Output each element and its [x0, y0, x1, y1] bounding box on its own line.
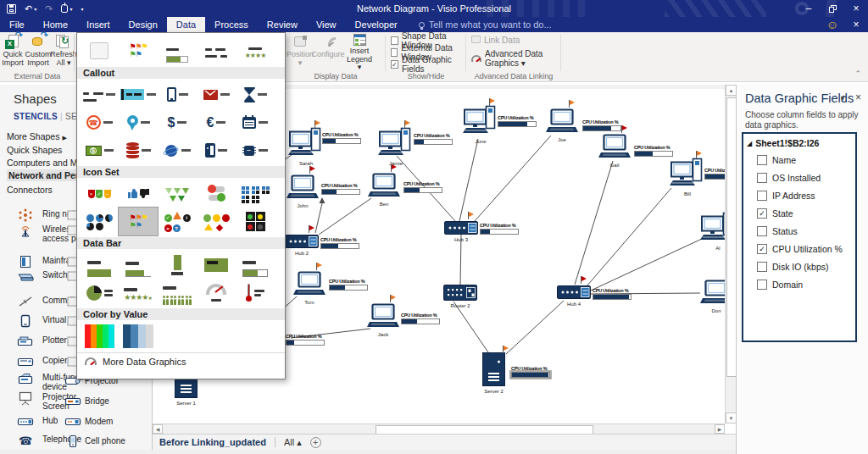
switch-shape-icon[interactable] — [17, 269, 34, 284]
ribbon-tab-data[interactable]: Data — [167, 17, 205, 32]
field-checkbox-icon[interactable] — [757, 262, 767, 272]
field-ip-address[interactable]: IP Address — [743, 186, 855, 204]
virtual-server-shape-icon[interactable] — [17, 313, 34, 329]
configure-button[interactable]: Configure — [315, 34, 341, 71]
more-data-graphics-button[interactable]: More Data Graphics — [77, 352, 285, 370]
ribbon-tab-insert[interactable]: Insert — [77, 17, 120, 32]
checkbox-icon[interactable] — [391, 36, 398, 45]
add-page-icon[interactable]: + — [310, 437, 321, 448]
field-cpu-utilization--[interactable]: ✓CPU Utilization % — [743, 240, 855, 257]
toggle-icon-set-icon[interactable] — [197, 180, 236, 208]
euro-callout-icon[interactable]: € — [197, 108, 236, 136]
hub-shape-icon[interactable] — [17, 414, 34, 429]
data-bar-preview-icon[interactable] — [158, 36, 197, 65]
network-node-bill[interactable] — [670, 158, 705, 192]
shape-icon-set-icon[interactable] — [197, 208, 236, 235]
flag-icon-set-preview-icon[interactable]: ⚑⚑⚑⚑⚑ — [119, 36, 158, 65]
calendar-callout-icon[interactable] — [236, 108, 275, 136]
flag-icon-set-icon[interactable]: ⚑⚑⚑⚑⚑ — [119, 208, 158, 235]
custom-import-button[interactable]: ↷ Custom Import — [25, 34, 51, 71]
cell-phone-shape-icon[interactable] — [64, 434, 81, 449]
link-data-button[interactable]: Link Data — [471, 36, 520, 45]
network-node-hub-2[interactable] — [285, 235, 319, 252]
blue-color-scale-icon[interactable] — [119, 322, 158, 350]
all-pages-button[interactable]: All ▴ — [284, 437, 302, 448]
scroll-right-icon[interactable]: ▶ — [715, 424, 725, 434]
panel-menu-icon[interactable]: ▼ — [839, 95, 846, 102]
network-node-june[interactable] — [463, 105, 498, 140]
money-callout-icon[interactable]: $ — [80, 136, 119, 164]
ribbon-tab-design[interactable]: Design — [120, 17, 167, 32]
location-pin-callout-icon[interactable] — [119, 108, 158, 136]
globe-callout-icon[interactable] — [158, 136, 197, 164]
field-status[interactable]: Status — [743, 222, 855, 240]
shield-icon-set-icon[interactable]: ×✓– — [80, 180, 119, 208]
restore-icon[interactable] — [821, 0, 844, 17]
mobile-phone-callout-icon[interactable] — [158, 80, 197, 108]
database-callout-icon[interactable] — [119, 136, 158, 164]
feedback-smiley-icon[interactable]: ☺ — [821, 17, 844, 32]
people-data-bar-icon[interactable] — [158, 279, 197, 307]
field-checkbox-icon[interactable] — [757, 155, 767, 165]
ring-network-shape-icon[interactable] — [17, 208, 34, 223]
filled-data-bar-icon[interactable] — [197, 251, 236, 279]
panel-close-icon[interactable]: × — [855, 91, 861, 103]
stoplight-icon-set-icon[interactable] — [236, 208, 275, 235]
quick-import-button[interactable]: X ↷ Quick Import — [0, 34, 25, 71]
mail-callout-icon[interactable] — [197, 80, 236, 108]
star-rating-data-bar-icon[interactable]: ★★★★★ — [119, 279, 158, 307]
vertical-scroll-thumb[interactable] — [726, 97, 737, 377]
ribbon-tab-developer[interactable]: Developer — [346, 17, 407, 32]
ribbon-tab-view[interactable]: View — [307, 17, 346, 32]
hourglass-callout-icon[interactable] — [236, 80, 275, 108]
network-node-ben[interactable] — [368, 173, 400, 202]
plotter-shape-icon[interactable] — [17, 334, 34, 349]
network-node-joe[interactable] — [546, 108, 578, 138]
mainframe-shape-icon[interactable] — [17, 254, 34, 269]
page-tab[interactable]: Before Linking_updated — [159, 437, 266, 447]
speedometer-data-bar-icon[interactable] — [197, 279, 236, 307]
network-node-al[interactable] — [700, 212, 725, 246]
data-range-row[interactable]: ◢ Sheet1!$B2:I26 — [743, 134, 855, 151]
network-node-gail[interactable] — [598, 134, 631, 163]
minimize-icon[interactable]: – — [797, 0, 821, 17]
text-callout-icon[interactable] — [80, 80, 119, 108]
field-state[interactable]: ✓State — [743, 204, 855, 222]
network-node-jack[interactable] — [367, 303, 399, 333]
network-node-server-2[interactable] — [482, 352, 505, 390]
tab-stencils[interactable]: STENCILS — [14, 112, 58, 121]
field-domain[interactable]: Domain — [743, 275, 855, 293]
comm-link-shape-icon[interactable] — [17, 294, 34, 309]
chip-callout-icon[interactable]: ~ — [236, 136, 275, 164]
field-checkbox-icon[interactable] — [757, 280, 767, 290]
progress-data-bar-icon[interactable] — [236, 251, 275, 279]
vertical-scrollbar[interactable]: ▲ ▼ — [725, 85, 736, 424]
field-checkbox-icon[interactable]: ✓ — [757, 208, 767, 219]
checkbox-icon[interactable]: ✓ — [391, 60, 398, 69]
field-checkbox-icon[interactable] — [757, 173, 767, 183]
rainbow-color-scale-icon[interactable] — [80, 322, 119, 350]
expand-triangle-icon[interactable]: ◢ — [747, 140, 752, 147]
telephone-shape-icon[interactable]: ☎ — [17, 433, 34, 448]
close-document-icon[interactable]: × — [844, 17, 868, 32]
tell-me-box[interactable]: Tell me what you want to do... — [419, 17, 552, 32]
field-checkbox-icon[interactable] — [757, 191, 767, 201]
telephone-callout-icon[interactable]: ☎ — [80, 108, 119, 136]
network-node-jamie[interactable] — [378, 127, 414, 162]
position-button[interactable]: Position▾ — [287, 34, 313, 71]
field-os-installed[interactable]: OS Installed — [743, 169, 855, 186]
field-disk-io--kbps-[interactable]: Disk IO (kbps) — [743, 257, 855, 275]
data-bar-style-1-icon[interactable] — [80, 251, 119, 279]
network-node-router-2[interactable] — [443, 285, 477, 304]
network-node-tom[interactable] — [293, 271, 326, 301]
checkbox-data-graphic-fields[interactable]: ✓Data Graphic Fields — [391, 58, 466, 70]
field-checkbox-icon[interactable] — [757, 226, 767, 236]
projector-screen-shape-icon[interactable] — [17, 390, 34, 406]
network-node-hub-3[interactable] — [444, 221, 478, 238]
network-node-john[interactable] — [287, 174, 319, 204]
modem-shape-icon[interactable] — [64, 414, 81, 429]
signal-strength-icon-set-icon[interactable] — [158, 180, 197, 208]
network-node-sarah[interactable] — [288, 127, 324, 162]
close-icon[interactable]: × — [844, 0, 868, 17]
advanced-data-graphics-button[interactable]: Advanced Data Graphics ▾ — [471, 49, 561, 68]
